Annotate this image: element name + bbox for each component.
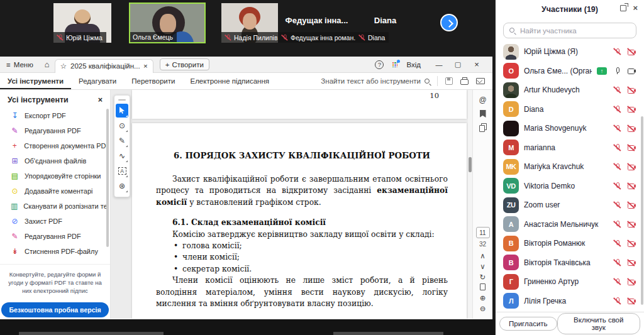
comments-panel-button[interactable]: @ xyxy=(473,96,492,104)
scan-ocr-icon: ▥ xyxy=(10,202,18,211)
participant-row[interactable]: ZU Zoom user ↑ xyxy=(496,195,644,215)
participant-row[interactable]: D Diana ↑ xyxy=(496,100,644,119)
create-tab-button[interactable]: + Створити xyxy=(160,58,209,70)
participant-row[interactable]: M marianna ↑ xyxy=(496,138,644,158)
participant-row[interactable]: VD Viktoria Demko ↑ xyxy=(496,177,644,196)
avatar: VD xyxy=(503,178,519,194)
lasso-tool-button[interactable]: ∿ xyxy=(116,149,128,163)
participant-row[interactable]: Maria Shovgenuyk ↑ xyxy=(496,119,644,138)
find-participant-input[interactable] xyxy=(503,23,636,38)
participants-list[interactable]: Юрій Ціжма (Я) ↑ O Ольга Ємe... (Организ… xyxy=(496,41,644,312)
tab-close-icon[interactable]: × xyxy=(143,62,148,70)
doc-bullet: голова комісії; xyxy=(156,240,448,251)
video-tile[interactable]: Федущак інна... Федущак інна роман... xyxy=(278,3,355,43)
search-placeholder-text: Знайти текст або інструменти xyxy=(321,77,421,85)
participant-row[interactable]: MK Mariyka Kravchuk ↑ xyxy=(496,157,644,177)
participants-scrollbar[interactable] xyxy=(641,116,643,305)
participant-row[interactable]: Л Лілія Гречка ↑ xyxy=(496,292,644,311)
menu-button[interactable]: ≡ Меню xyxy=(0,57,40,72)
tool-redact-pdf[interactable]: ✎ Редагування PDF xyxy=(0,229,110,244)
tool-compress-pdf[interactable]: ↡ Стиснення PDF-файлу xyxy=(0,244,110,259)
stamp-tool-button[interactable]: ⊛ xyxy=(116,179,128,193)
save-icon[interactable] xyxy=(445,77,453,85)
tool-combine-files[interactable]: ⊞ Об'єднання файлів xyxy=(0,153,110,168)
participant-row[interactable]: A Анастасія Мельничук ↑ xyxy=(496,215,644,234)
tab-esign[interactable]: Електронне підписання xyxy=(182,73,277,89)
popout-icon[interactable] xyxy=(620,5,626,11)
video-tile[interactable]: Diana Diana xyxy=(355,3,415,43)
find-tools-search[interactable]: Знайти текст або інструменти xyxy=(321,77,430,85)
tab-convert[interactable]: Перетворити xyxy=(124,73,182,89)
participant-row[interactable]: Юрій Ціжма (Я) ↑ xyxy=(496,42,644,62)
participant-name: Zoom user xyxy=(524,200,608,209)
zoom-out-button[interactable]: ⊖ xyxy=(473,304,492,313)
document-tab[interactable]: ☆ 2025 кваліфікаційн... × xyxy=(55,59,153,73)
next-participants-button[interactable] xyxy=(440,14,458,31)
tool-scan-ocr[interactable]: ▥ Сканувати й розпізнати текст xyxy=(0,199,110,214)
current-page-input[interactable]: 11 xyxy=(476,227,490,238)
fit-page-button[interactable] xyxy=(473,283,492,292)
video-tile[interactable]: Ольга Ємець xyxy=(129,3,206,43)
video-tile[interactable]: Юрій Ціжма xyxy=(53,3,111,43)
tool-add-comments[interactable]: ⊙ Додавайте коментарі xyxy=(0,184,110,199)
star-icon: ☆ xyxy=(60,62,67,70)
tools-panel-title: Усі інструменти xyxy=(8,96,69,104)
page-thumbnails-button[interactable] xyxy=(473,125,492,134)
tab-edit[interactable]: Редагувати xyxy=(71,73,124,89)
zoom-in-button[interactable]: ⊕ xyxy=(473,294,492,302)
rotate-page-button[interactable]: ↻ xyxy=(473,273,492,282)
participant-row[interactable]: O Ольга Ємe... (Организатор) ↑ xyxy=(496,62,644,81)
document-scrollbar[interactable] xyxy=(468,90,472,319)
participant-row[interactable]: Artur Khudevych ↑ xyxy=(496,80,644,100)
fit-page-icon xyxy=(480,283,486,290)
trial-promo-text: Конвертуйте, редагуйте форми й угоди у ф… xyxy=(0,270,110,300)
right-rail: @ 11 32 ∧ ∨ ↻ ⊕ ⊖ xyxy=(472,90,492,319)
previous-page-button[interactable]: ∧ xyxy=(473,251,492,260)
tab-all-tools[interactable]: Усі інструменти xyxy=(0,73,71,89)
text-box-tool-button[interactable]: A xyxy=(116,164,128,178)
select-tool-button[interactable] xyxy=(116,104,128,118)
sign-in-button[interactable]: Вхід xyxy=(406,61,421,69)
menu-label: Меню xyxy=(14,61,33,69)
window-restore-button[interactable]: ▢ xyxy=(448,60,467,69)
print-icon[interactable] xyxy=(460,79,469,85)
tool-organize-pages[interactable]: ▤ Упорядковуйте сторінки xyxy=(0,168,110,184)
invite-button[interactable]: Пригласить xyxy=(499,317,557,331)
video-tile[interactable]: Надія Пилипів xyxy=(221,3,278,43)
tool-label: Додавайте коментарі xyxy=(25,187,92,195)
export-pdf-icon: ↧ xyxy=(10,111,19,120)
acrobat-titlebar: ≡ Меню ⌂ ☆ 2025 кваліфікаційн... × + Ств… xyxy=(0,57,492,73)
pen-tool-button[interactable]: ✎ xyxy=(116,134,128,148)
tool-edit-pdf[interactable]: ✎ Редагування PDF xyxy=(0,123,110,138)
participant-name: Гриненко Артур xyxy=(524,277,608,286)
participant-name: Юрій Ціжма (Я) xyxy=(524,47,608,56)
participant-row[interactable]: Г Гриненко Артур ↑ xyxy=(496,272,644,292)
unmute-self-button[interactable]: Включить свой звук xyxy=(557,313,640,334)
scrollbar-thumb[interactable] xyxy=(469,157,472,172)
doc-text-line: Комісію затверджує керівництво закладу в… xyxy=(156,229,448,240)
mail-icon[interactable] xyxy=(476,78,485,84)
participant-row[interactable]: B Вікторія Ткачівська ↑ xyxy=(496,253,644,273)
next-page-button[interactable]: ∨ xyxy=(473,262,492,271)
participant-name: Maria Shovgenuyk xyxy=(524,124,608,133)
participant-row[interactable]: B Вікторія Романюк ↑ xyxy=(496,234,644,253)
palette-drag-handle[interactable] xyxy=(118,99,126,101)
tool-protect-pdf[interactable]: ⊘ Захист PDF xyxy=(0,214,110,229)
camera-off-icon xyxy=(627,239,635,248)
window-close-button[interactable]: × xyxy=(467,60,486,69)
tools-panel-scrollbar[interactable] xyxy=(106,109,109,247)
tool-export-pdf[interactable]: ↧ Експорт PDF xyxy=(0,108,110,123)
help-icon[interactable]: ? xyxy=(375,60,384,69)
tool-create-pdf[interactable]: + Створення документа PDF xyxy=(0,138,110,153)
comment-icon: ⊙ xyxy=(119,121,125,130)
document-canvas[interactable]: 10 6. ПОРЯДОК ЗАХИСТУ КВАЛІФІКАЦІЙНОЇ РО… xyxy=(111,90,472,319)
free-trial-button[interactable]: Безкоштовна пробна версія xyxy=(1,302,108,317)
apps-grid-icon[interactable] xyxy=(392,62,397,67)
window-minimize-button[interactable]: — xyxy=(430,61,448,69)
doc-heading: 6. ПОРЯДОК ЗАХИСТУ КВАЛІФІКАЦІЙНОЇ РОБОТ… xyxy=(156,150,448,162)
tools-panel-close-icon[interactable]: × xyxy=(98,96,103,104)
comment-tool-button[interactable]: ⊙ xyxy=(116,119,128,133)
bookmarks-panel-button[interactable] xyxy=(473,110,492,119)
home-button[interactable]: ⌂ xyxy=(40,60,55,69)
close-panel-icon[interactable]: × xyxy=(633,5,638,11)
